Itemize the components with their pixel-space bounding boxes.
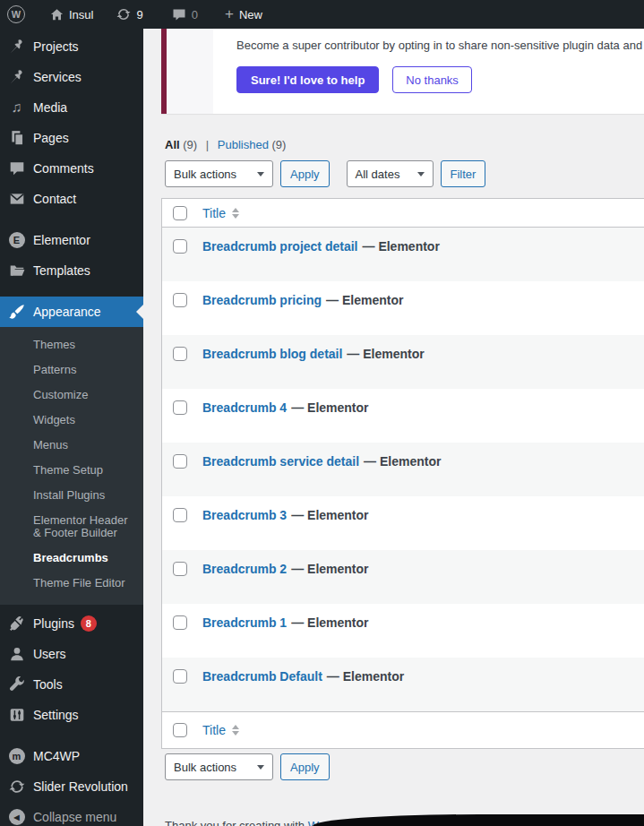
table-row: Breadcrumb 4— Elementor [162,389,644,443]
sidebar-item-mc4wp[interactable]: m MC4WP [0,741,143,771]
views-separator: | [206,138,209,151]
site-name-label: Insul [69,8,93,22]
bulk-actions-select[interactable]: Bulk actions [165,160,273,187]
submenu-item-install-plugins[interactable]: Install Plugins [0,483,143,508]
sort-icon [232,204,239,222]
notice-message: Become a super contributor by opting in … [236,39,644,52]
apply-button[interactable]: Apply [280,160,330,187]
mc4wp-icon: m [0,748,33,764]
submenu-item-breadcrumbs[interactable]: Breadcrumbs [0,546,143,571]
title-column-header[interactable]: Title [202,204,239,222]
dates-filter-select[interactable]: All dates [347,160,434,187]
sidebar-item-comments[interactable]: Comments [0,153,143,184]
updates-count: 9 [136,8,142,22]
sidebar-item-services[interactable]: Services [0,62,143,92]
current-menu-arrow [129,305,143,319]
comments-button[interactable]: 0 [163,0,207,29]
sidebar-item-pages[interactable]: Pages [0,123,143,153]
plugins-update-badge: 8 [81,615,97,632]
submenu-item-widgets[interactable]: Widgets [0,408,143,433]
row-checkbox[interactable] [173,454,187,469]
row-checkbox[interactable] [173,562,187,576]
table-row: Breadcrumb 3— Elementor [162,496,644,550]
row-title-link[interactable]: Breadcrumb service detail [202,454,359,469]
row-checkbox[interactable] [173,615,187,630]
table-body: Breadcrumb project detail— Elementor Bre… [162,228,644,711]
templates-icon [0,262,33,279]
select-all-checkbox[interactable] [173,723,187,737]
screen-corner-overlay [313,814,644,826]
filter-button[interactable]: Filter [441,160,486,187]
row-checkbox[interactable] [173,669,187,684]
submenu-item-elementor-header-footer-builder[interactable]: Elementor Header & Footer Builder [0,508,143,546]
sidebar-item-projects[interactable]: Projects [0,31,143,62]
submenu-item-themes[interactable]: Themes [0,332,143,357]
pin-icon [0,39,33,55]
sidebar-item-label: Templates [33,263,90,278]
table-row: Breadcrumb 2— Elementor [162,550,644,604]
sidebar-item-media[interactable]: ♫ Media [0,92,143,123]
table-row: Breadcrumb project detail— Elementor [162,228,644,281]
row-title-link[interactable]: Breadcrumb project detail [202,239,358,254]
menu-separator [0,286,143,297]
sidebar-item-label: Contact [33,192,76,206]
site-name-button[interactable]: Insul [41,0,102,29]
row-title-link[interactable]: Breadcrumb Default [202,669,322,684]
view-published-link[interactable]: Published [218,138,269,151]
post-state-label: — Elementor [363,239,440,254]
sidebar-item-tools[interactable]: Tools [0,669,143,700]
submenu-item-theme-file-editor[interactable]: Theme File Editor [0,571,143,596]
submenu-item-theme-setup[interactable]: Theme Setup [0,458,143,483]
select-caret-icon [257,172,264,180]
wordpress-menu-button[interactable]: W [0,0,34,29]
sidebar-item-appearance[interactable]: Appearance [0,297,143,327]
new-content-button[interactable]: + New [216,0,271,29]
sidebar-item-slider-revolution[interactable]: Slider Revolution [0,771,143,802]
posts-list-table: Title Breadcrumb project detail— Element… [161,198,644,749]
collapse-menu-button[interactable]: ◀ Collapse menu [0,802,143,826]
sidebar-item-contact[interactable]: Contact [0,184,143,214]
view-all-link[interactable]: All [165,138,180,151]
table-row: Breadcrumb service detail— Elementor [162,443,644,496]
row-title-link[interactable]: Breadcrumb 1 [202,615,287,630]
row-title-link[interactable]: Breadcrumb 4 [202,400,287,415]
sidebar-item-label: Elementor [33,233,90,247]
menu-separator [0,730,143,741]
sidebar-item-settings[interactable]: Settings [0,700,143,730]
row-title-link[interactable]: Breadcrumb blog detail [202,347,342,361]
submenu-item-menus[interactable]: Menus [0,433,143,458]
table-row: Breadcrumb pricing— Elementor [162,281,644,335]
bulk-actions-value: Bulk actions [174,168,236,181]
submenu-item-patterns[interactable]: Patterns [0,357,143,383]
row-checkbox[interactable] [173,400,187,415]
users-icon [0,646,33,662]
row-checkbox[interactable] [173,239,187,254]
bulk-actions-select-bottom[interactable]: Bulk actions [165,753,273,780]
sidebar-item-label: Slider Revolution [33,779,128,794]
row-checkbox[interactable] [173,508,187,522]
sidebar-item-users[interactable]: Users [0,639,143,669]
list-views: All (9) | Published (9) [165,138,286,151]
row-title-link[interactable]: Breadcrumb 3 [202,508,287,522]
table-row: Breadcrumb blog detail— Elementor [162,335,644,389]
sidebar-item-label: Projects [33,39,79,54]
decline-contributor-button[interactable]: No thanks [392,66,472,93]
sidebar-item-label: Plugins [33,616,74,631]
tablenav-top: Bulk actions Apply All dates Filter [165,160,485,187]
select-all-checkbox[interactable] [173,206,187,220]
submenu-item-customize[interactable]: Customize [0,383,143,408]
updates-button[interactable]: 9 [107,0,151,29]
row-title-link[interactable]: Breadcrumb pricing [202,293,322,307]
row-title-link[interactable]: Breadcrumb 2 [202,562,287,576]
sidebar-item-label: Settings [33,708,79,722]
sidebar-item-templates[interactable]: Templates [0,255,143,286]
sidebar-item-plugins[interactable]: Plugins 8 [0,608,143,639]
row-checkbox[interactable] [173,293,187,307]
sidebar-item-elementor[interactable]: E Elementor [0,225,143,255]
title-column-footer[interactable]: Title [202,721,239,739]
comments-count: 0 [192,8,198,22]
row-checkbox[interactable] [173,347,187,361]
plus-icon: + [225,6,234,22]
accept-contributor-button[interactable]: Sure! I'd love to help [236,66,379,93]
apply-button-bottom[interactable]: Apply [280,753,330,780]
